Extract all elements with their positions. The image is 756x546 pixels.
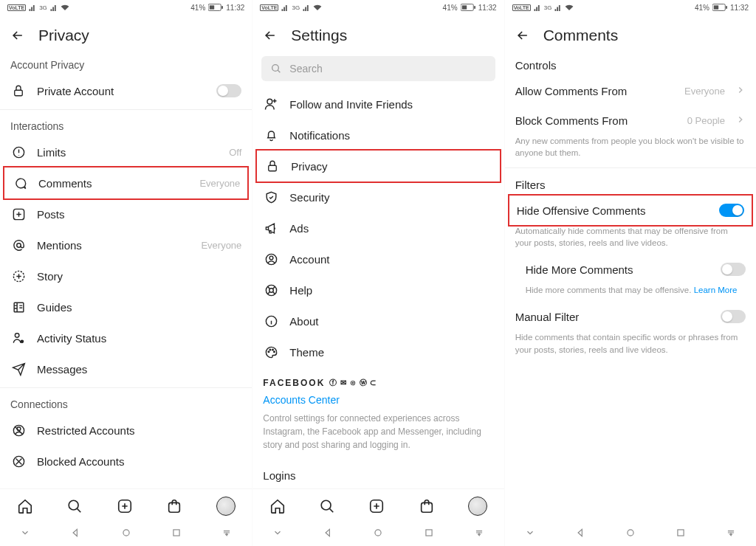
row-messages[interactable]: Messages [0,353,252,384]
restricted-icon [10,422,27,438]
search-icon[interactable] [66,498,83,514]
wifi-icon [61,4,69,11]
at-icon [10,237,27,253]
sys-down-icon[interactable] [20,528,30,541]
privacy-label: Privacy [291,160,492,173]
profile-avatar[interactable] [468,497,487,516]
sys-down-icon[interactable] [272,528,283,541]
limits-value: Off [229,147,241,158]
row-limits[interactable]: Limits Off [0,136,252,167]
sys-menu-icon[interactable] [221,528,232,541]
search-input[interactable]: Search [261,56,495,81]
sys-recent-icon[interactable] [171,528,182,541]
row-guides[interactable]: Guides [0,291,252,322]
megaphone-icon [263,220,279,236]
private-account-toggle[interactable] [216,84,241,97]
row-manual-filter[interactable]: Manual Filter [505,302,756,331]
svg-rect-21 [474,6,475,9]
back-arrow-icon[interactable] [263,28,278,43]
private-account-label: Private Account [37,85,206,97]
svg-point-9 [15,333,19,337]
limits-label: Limits [37,146,219,159]
about-label: About [289,315,493,328]
svg-point-31 [269,349,271,350]
row-account[interactable]: Account [252,243,504,274]
svg-point-28 [269,288,274,292]
row-notifications[interactable]: Notifications [252,120,504,151]
create-icon[interactable] [117,498,133,514]
row-theme[interactable]: Theme [252,336,504,367]
sys-menu-icon[interactable] [726,528,736,541]
divider [505,167,756,168]
row-follow-invite[interactable]: Follow and Invite Friends [252,89,504,120]
sys-menu-icon[interactable] [474,528,484,541]
facebook-product-icons: ⓕ ✉ ⊙ ⓦ ⊂ [329,378,377,388]
back-arrow-icon[interactable] [515,28,530,43]
sys-back-icon[interactable] [70,528,80,541]
shop-icon[interactable] [166,498,182,514]
row-security[interactable]: Security [252,182,504,212]
mentions-value: Everyone [201,240,241,251]
row-hide-offensive[interactable]: Hide Offensive Comments [509,196,752,225]
profile-avatar[interactable] [216,497,236,516]
row-block-comments[interactable]: Block Comments From 0 People [505,106,756,135]
sys-back-icon[interactable] [323,528,333,541]
row-comments[interactable]: Comments Everyone [4,167,247,198]
back-arrow-icon[interactable] [10,28,25,43]
svg-rect-36 [421,502,432,512]
home-icon[interactable] [269,498,286,514]
row-allow-comments[interactable]: Allow Comments From Everyone [505,76,756,106]
row-about[interactable]: About [252,305,504,336]
row-restricted[interactable]: Restricted Accounts [0,415,252,446]
sys-down-icon[interactable] [525,528,535,541]
guides-icon [10,299,27,315]
row-privacy[interactable]: Privacy [257,151,499,182]
row-help[interactable]: Help [252,274,504,305]
search-icon[interactable] [319,498,335,514]
hide-offensive-toggle[interactable] [719,204,744,217]
activity-status-label: Activity Status [37,332,241,345]
row-ads[interactable]: Ads [252,212,504,243]
send-icon [10,361,27,377]
sys-recent-icon[interactable] [676,528,686,541]
status-left: VoLTE 3G [7,4,69,11]
search-icon [270,63,282,75]
row-hide-more[interactable]: Hide More Comments [505,255,756,284]
volte-icon: VoLTE [512,4,531,11]
hide-more-label: Hide More Comments [526,263,710,276]
messages-label: Messages [37,363,241,376]
follow-invite-label: Follow and Invite Friends [289,98,493,111]
manual-filter-hint: Hide comments that contain specific word… [505,331,756,361]
create-icon[interactable] [368,498,385,514]
sys-recent-icon[interactable] [424,528,434,541]
svg-rect-3 [15,90,23,96]
screen-settings: VoLTE 3G 41% 11:32 Settings Search Follo… [252,0,504,546]
row-mentions[interactable]: Mentions Everyone [0,229,252,260]
signal-icon-2 [50,4,58,11]
row-blocked[interactable]: Blocked Accounts [0,446,252,477]
row-story[interactable]: Story [0,260,252,291]
shop-icon[interactable] [419,498,435,514]
hide-more-toggle[interactable] [721,263,746,276]
status-left: VoLTE 3G [512,4,574,11]
svg-point-33 [273,350,275,352]
block-label: Block Comments From [515,114,677,127]
accounts-center-link[interactable]: Accounts Center [252,391,504,409]
chevron-right-icon [735,85,746,97]
svg-point-42 [628,530,633,536]
section-account-privacy: Account Privacy [0,52,252,75]
row-activity-status[interactable]: Activity Status [0,322,252,353]
status-right: 41% 11:32 [190,4,244,12]
sys-home-icon[interactable] [625,528,636,541]
row-private-account[interactable]: Private Account [0,75,252,106]
sys-home-icon[interactable] [121,528,131,541]
home-icon[interactable] [17,498,33,514]
row-posts[interactable]: Posts [0,198,252,229]
signal-icon-2 [303,4,310,11]
svg-point-10 [20,339,24,343]
sys-back-icon[interactable] [575,528,585,541]
sys-home-icon[interactable] [373,528,383,541]
manual-filter-toggle[interactable] [721,310,746,323]
learn-more-link[interactable]: Learn More [694,286,738,294]
battery-icon [208,4,223,11]
